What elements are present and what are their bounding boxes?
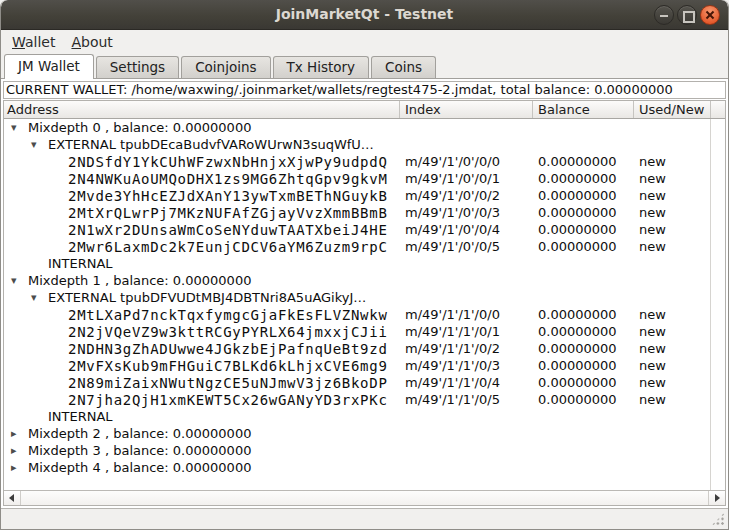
row-label: 2MtLXaPd7nckTqxfymgcGjaFkEsFLVZNwkw (68, 307, 388, 323)
index-cell: m/49'/1'/1'/0/0 (399, 307, 532, 322)
expanded-arrow-icon[interactable]: ▾ (28, 136, 48, 153)
tree-row-address[interactable]: 2N1wXr2DUnsaWmCoSeNYduwTAATXbeiJ4HEm/49'… (4, 221, 725, 238)
row-label: 2NDSfdY1YkCUhWFzwxNbHnjxXjwPy9udpdQ (68, 154, 388, 170)
column-edge-divider (710, 119, 711, 490)
tab-coins[interactable]: Coins (371, 56, 436, 78)
column-header-used-new[interactable]: Used/New (633, 101, 710, 118)
tree-row-address[interactable]: 2N89miZaixNWutNgzCE5uNJmwV3jz6BkoDPm/49'… (4, 374, 725, 391)
index-cell: m/49'/1'/0'/0/4 (399, 222, 532, 237)
used-new-cell: new (633, 375, 710, 390)
index-cell: m/49'/1'/1'/0/1 (399, 324, 532, 339)
tab-coinjoins[interactable]: Coinjoins (181, 56, 270, 78)
used-new-cell: new (633, 154, 710, 169)
row-label: Mixdepth 4 , balance: 0.00000000 (28, 460, 251, 475)
balance-cell: 0.00000000 (532, 154, 633, 169)
maximize-button[interactable] (677, 5, 697, 25)
tree-row-account[interactable]: INTERNAL (4, 408, 725, 425)
column-header-balance[interactable]: Balance (532, 101, 633, 118)
used-new-cell: new (633, 205, 710, 220)
used-new-cell: new (633, 188, 710, 203)
index-cell: m/49'/1'/1'/0/3 (399, 358, 532, 373)
row-label: Mixdepth 0 , balance: 0.00000000 (28, 120, 251, 135)
tree-row-address[interactable]: 2MtXrQLwrPj7MKzNUFAfZGjayVvzXmmBBmBm/49'… (4, 204, 725, 221)
scroll-left-arrow-icon[interactable] (4, 491, 21, 505)
status-bar (1, 509, 728, 529)
tree-row-account[interactable]: ▾EXTERNAL tpubDEcaBudvfVARoWUrwN3suqWfU… (4, 136, 725, 153)
row-label: 2MvFXsKub9mFHGuiC7BLKd6kLhjxCVE6mg9 (68, 358, 388, 374)
tree-rows: ▾Mixdepth 0 , balance: 0.00000000▾EXTERN… (4, 119, 725, 490)
balance-cell: 0.00000000 (532, 341, 633, 356)
tab-bar: JM WalletSettingsCoinjoinsTx HistoryCoin… (1, 53, 728, 78)
balance-cell: 0.00000000 (532, 205, 633, 220)
scroll-right-arrow-icon[interactable] (708, 491, 725, 505)
tab-jm-wallet[interactable]: JM Wallet (4, 54, 94, 79)
balance-cell: 0.00000000 (532, 392, 633, 407)
tab-tx-history[interactable]: Tx History (273, 56, 370, 78)
tree-row-account[interactable]: INTERNAL (4, 255, 725, 272)
menubar: WalletAbout (1, 30, 728, 53)
row-label: 2N2jVQeVZ9w3kttRCGyPYRLX64jmxxjCJii (68, 324, 388, 340)
row-label: EXTERNAL tpubDEcaBudvfVARoWUrwN3suqWfU… (48, 137, 374, 152)
row-label: 2N7jha2QjH1xmKEWT5Cx26wGANyYD3rxPKc (68, 392, 388, 408)
tree-row-address[interactable]: 2MvFXsKub9mFHGuiC7BLKd6kLhjxCVE6mg9m/49'… (4, 357, 725, 374)
expanded-arrow-icon[interactable]: ▾ (8, 119, 28, 136)
index-cell: m/49'/1'/0'/0/5 (399, 239, 532, 254)
tree-row-address[interactable]: 2N7jha2QjH1xmKEWT5Cx26wGANyYD3rxPKcm/49'… (4, 391, 725, 408)
balance-cell: 0.00000000 (532, 222, 633, 237)
window-title: JoinMarketQt - Testnet (1, 0, 728, 29)
used-new-cell: new (633, 324, 710, 339)
row-label: 2NDHN3gZhADUwwe4JGkzbEjPafnqUeBt9zd (68, 341, 388, 357)
tree-row-address[interactable]: 2N4NWKuAoUMQoDHX1zs9MG6ZhtqGpv9gkvMm/49'… (4, 170, 725, 187)
row-label: Mixdepth 3 , balance: 0.00000000 (28, 443, 251, 458)
column-header-address[interactable]: Address (4, 101, 399, 118)
balance-cell: 0.00000000 (532, 307, 633, 322)
menu-item-wallet[interactable]: Wallet (4, 32, 63, 52)
titlebar[interactable]: JoinMarketQt - Testnet (1, 0, 728, 30)
resize-grip-icon[interactable] (711, 512, 725, 526)
tree-row-address[interactable]: 2Mwr6LaxmDc2k7EunjCDCV6aYM6Zuzm9rpCm/49'… (4, 238, 725, 255)
column-header-index[interactable]: Index (399, 101, 532, 118)
used-new-cell: new (633, 222, 710, 237)
used-new-cell: new (633, 239, 710, 254)
tab-settings[interactable]: Settings (96, 56, 179, 78)
tree-row-mixdepth[interactable]: ▸Mixdepth 2 , balance: 0.00000000 (4, 425, 725, 442)
minimize-button[interactable] (654, 5, 674, 25)
row-label: 2MtXrQLwrPj7MKzNUFAfZGjayVvzXmmBBmB (68, 205, 388, 221)
balance-cell: 0.00000000 (532, 171, 633, 186)
index-cell: m/49'/1'/1'/0/2 (399, 341, 532, 356)
tree-header: AddressIndexBalanceUsed/New (4, 101, 725, 119)
tree-row-address[interactable]: 2NDSfdY1YkCUhWFzwxNbHnjxXjwPy9udpdQm/49'… (4, 153, 725, 170)
tree-row-mixdepth[interactable]: ▸Mixdepth 4 , balance: 0.00000000 (4, 459, 725, 476)
tree-row-mixdepth[interactable]: ▾Mixdepth 1 , balance: 0.00000000 (4, 272, 725, 289)
horizontal-scrollbar[interactable] (4, 490, 725, 505)
tree-row-address[interactable]: 2N2jVQeVZ9w3kttRCGyPYRLX64jmxxjCJiim/49'… (4, 323, 725, 340)
row-label: 2Mvde3YhHcEZJdXAnY13ywTxmBEThNGuykB (68, 188, 388, 204)
tree-row-address[interactable]: 2MtLXaPd7nckTqxfymgcGjaFkEsFLVZNwkwm/49'… (4, 306, 725, 323)
collapsed-arrow-icon[interactable]: ▸ (8, 442, 28, 459)
index-cell: m/49'/1'/1'/0/5 (399, 392, 532, 407)
tree-row-mixdepth[interactable]: ▸Mixdepth 3 , balance: 0.00000000 (4, 442, 725, 459)
tree-row-address[interactable]: 2NDHN3gZhADUwwe4JGkzbEjPafnqUeBt9zdm/49'… (4, 340, 725, 357)
index-cell: m/49'/1'/0'/0/0 (399, 154, 532, 169)
index-cell: m/49'/1'/1'/0/4 (399, 375, 532, 390)
balance-cell: 0.00000000 (532, 324, 633, 339)
close-button[interactable] (700, 5, 720, 25)
tree-row-mixdepth[interactable]: ▾Mixdepth 0 , balance: 0.00000000 (4, 119, 725, 136)
tab-page-jm-wallet: CURRENT WALLET: /home/waxwing/.joinmarke… (1, 78, 728, 509)
used-new-cell: new (633, 341, 710, 356)
row-label: 2N4NWKuAoUMQoDHX1zs9MG6ZhtqGpv9gkvM (68, 171, 388, 187)
collapsed-arrow-icon[interactable]: ▸ (8, 425, 28, 442)
balance-cell: 0.00000000 (532, 239, 633, 254)
menu-item-about[interactable]: About (63, 32, 120, 52)
row-label: 2Mwr6LaxmDc2k7EunjCDCV6aYM6Zuzm9rpC (68, 239, 388, 255)
expanded-arrow-icon[interactable]: ▾ (28, 289, 48, 306)
tree-row-account[interactable]: ▾EXTERNAL tpubDFVUDtMBJ4DBTNri8A5uAGikyJ… (4, 289, 725, 306)
tree-row-address[interactable]: 2Mvde3YhHcEZJdXAnY13ywTxmBEThNGuykBm/49'… (4, 187, 725, 204)
index-cell: m/49'/1'/0'/0/1 (399, 171, 532, 186)
row-label: EXTERNAL tpubDFVUDtMBJ4DBTNri8A5uAGikyJ… (48, 290, 366, 305)
expanded-arrow-icon[interactable]: ▾ (8, 272, 28, 289)
used-new-cell: new (633, 307, 710, 322)
scrollbar-track[interactable] (21, 491, 708, 505)
row-label: 2N89miZaixNWutNgzCE5uNJmwV3jz6BkoDP (68, 375, 388, 391)
collapsed-arrow-icon[interactable]: ▸ (8, 459, 28, 476)
